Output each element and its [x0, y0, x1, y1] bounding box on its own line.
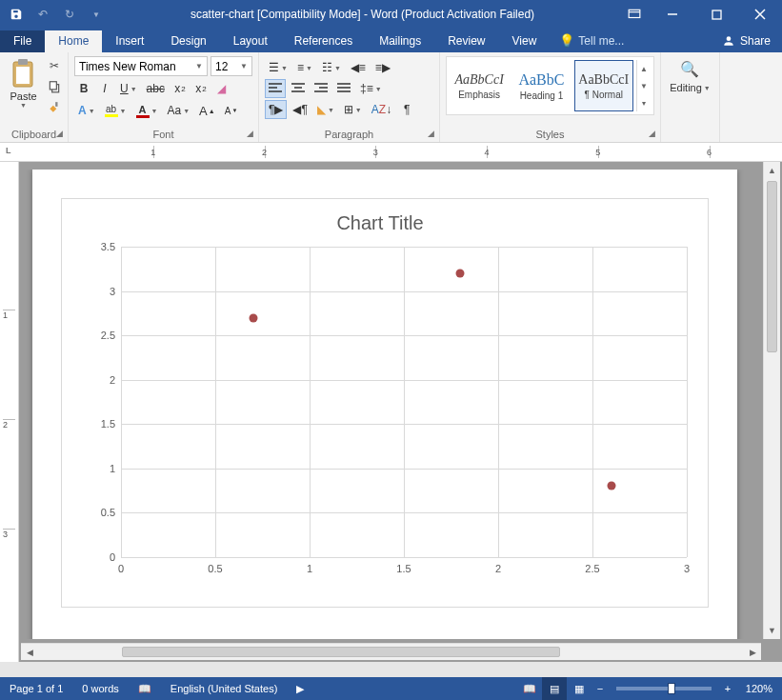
numbering-button[interactable]: ≡▼ — [293, 58, 316, 77]
format-painter-button[interactable] — [45, 98, 64, 117]
scroll-down-button[interactable]: ▼ — [764, 622, 780, 639]
data-point[interactable] — [456, 269, 465, 277]
chart-object[interactable]: Chart Title 00.511.522.533.500.511.522.5… — [61, 198, 709, 608]
font-size-value: 12 — [215, 60, 228, 73]
superscript-button[interactable]: x2 — [191, 79, 211, 98]
share-button[interactable]: Share — [711, 34, 782, 52]
italic-button[interactable]: I — [95, 79, 114, 98]
copy-button[interactable] — [45, 77, 64, 96]
web-layout-icon: ▦ — [574, 683, 584, 695]
horizontal-ruler[interactable]: L 123456 — [0, 143, 782, 162]
tab-mailings[interactable]: Mailings — [366, 30, 434, 52]
shading-button[interactable]: ◣▼ — [313, 100, 338, 119]
scroll-thumb-vertical[interactable] — [767, 181, 777, 352]
font-launcher-icon[interactable]: ◢ — [244, 128, 255, 139]
undo-icon[interactable]: ↶ — [32, 4, 53, 25]
scroll-thumb-horizontal[interactable] — [122, 647, 560, 657]
styles-expand[interactable]: ▾ — [637, 94, 651, 111]
tab-design[interactable]: Design — [157, 30, 219, 52]
ltr-button[interactable]: ¶▶ — [265, 100, 287, 119]
tab-layout[interactable]: Layout — [220, 30, 281, 52]
data-point[interactable] — [607, 482, 615, 490]
maximize-button[interactable] — [694, 0, 738, 29]
styles-scroll-down[interactable]: ▼ — [637, 77, 651, 94]
paste-button[interactable]: Paste ▼ — [5, 56, 43, 117]
increase-indent-button[interactable]: ≡▶ — [371, 58, 394, 77]
line-spacing-button[interactable]: ‡≡▼ — [356, 79, 386, 98]
zoom-slider[interactable] — [616, 687, 712, 690]
align-right-button[interactable] — [311, 79, 331, 98]
shrink-font-button[interactable]: A▼ — [221, 101, 242, 120]
change-case-button[interactable]: Aa▼ — [163, 101, 193, 120]
tab-review[interactable]: Review — [434, 30, 498, 52]
zoom-slider-knob[interactable] — [668, 683, 675, 694]
strikethrough-button[interactable]: abc — [143, 79, 169, 98]
view-read-mode[interactable]: 📖 — [517, 677, 542, 700]
status-page[interactable]: Page 1 of 1 — [0, 677, 72, 700]
vertical-ruler[interactable]: 123 — [0, 162, 19, 662]
rtl-button[interactable]: ◀¶ — [289, 100, 311, 119]
window-controls — [651, 0, 782, 29]
scroll-left-button[interactable]: ◀ — [21, 644, 38, 660]
tab-insert[interactable]: Insert — [102, 30, 157, 52]
document-page[interactable]: Chart Title 00.511.522.533.500.511.522.5… — [32, 170, 737, 639]
data-point[interactable] — [249, 313, 257, 322]
qat-customize-icon[interactable]: ▼ — [86, 4, 107, 25]
font-size-combo[interactable]: 12▼ — [211, 56, 252, 76]
zoom-level[interactable]: 120% — [736, 677, 782, 700]
align-left-button[interactable] — [265, 79, 286, 98]
tell-me-search[interactable]: 💡 Tell me... — [550, 33, 633, 52]
zoom-out-button[interactable]: − — [592, 683, 609, 694]
font-name-combo[interactable]: Times New Roman▼ — [74, 56, 208, 76]
style-name-label: Heading 1 — [520, 90, 564, 101]
tab-references[interactable]: References — [281, 30, 366, 52]
cut-button[interactable]: ✂ — [45, 56, 64, 75]
view-web-layout[interactable]: ▦ — [567, 677, 592, 700]
tab-view[interactable]: View — [499, 30, 551, 52]
horizontal-scrollbar[interactable]: ◀ ▶ — [21, 643, 761, 660]
scroll-up-button[interactable]: ▲ — [764, 162, 780, 179]
save-icon[interactable] — [6, 4, 27, 25]
paste-label: Paste — [10, 90, 36, 102]
zoom-in-button[interactable]: + — [719, 683, 736, 694]
styles-scroll-up[interactable]: ▲ — [637, 60, 651, 77]
decrease-indent-button[interactable]: ◀≡ — [347, 58, 370, 77]
status-spellcheck[interactable]: 📖 — [129, 677, 161, 700]
highlight-button[interactable]: ab▼ — [101, 101, 130, 120]
view-print-layout[interactable]: ▤ — [542, 677, 567, 700]
bold-button[interactable]: B — [74, 79, 93, 98]
underline-button[interactable]: U▼ — [116, 79, 141, 98]
subscript-button[interactable]: x2 — [170, 79, 190, 98]
grow-font-button[interactable]: A▲ — [195, 101, 219, 120]
close-button[interactable] — [738, 0, 782, 29]
font-color-button[interactable]: A▼ — [132, 101, 162, 120]
style-heading-1[interactable]: AaBbC Heading 1 — [511, 60, 571, 111]
bullets-button[interactable]: ☰▼ — [265, 58, 291, 77]
editing-menu-button[interactable]: 🔍 Editing▼ — [670, 56, 711, 93]
status-language[interactable]: English (United States) — [161, 677, 288, 700]
style-preview: AaBbCcI — [454, 72, 503, 88]
tab-file[interactable]: File — [0, 30, 45, 52]
tab-home[interactable]: Home — [45, 30, 102, 52]
style-normal[interactable]: AaBbCcI ¶ Normal — [574, 60, 633, 111]
status-words[interactable]: 0 words — [72, 677, 129, 700]
status-macro[interactable]: ▶ — [287, 677, 313, 700]
borders-button[interactable]: ⊞▼ — [340, 100, 366, 119]
minimize-button[interactable] — [651, 0, 694, 29]
show-marks-button[interactable]: ¶ — [397, 100, 416, 119]
eraser-icon: ◢ — [217, 82, 226, 95]
paragraph-launcher-icon[interactable]: ◢ — [425, 128, 436, 139]
text-effects-button[interactable]: A▼ — [74, 101, 99, 120]
sort-button[interactable]: AZ↓ — [368, 100, 395, 119]
ribbon-display-options-icon[interactable] — [618, 0, 651, 29]
style-emphasis[interactable]: AaBbCcI Emphasis — [450, 60, 509, 111]
vertical-scrollbar[interactable]: ▲ ▼ — [763, 162, 780, 639]
align-center-button[interactable] — [288, 79, 309, 98]
scroll-right-button[interactable]: ▶ — [744, 644, 761, 660]
justify-button[interactable] — [333, 79, 354, 98]
clipboard-launcher-icon[interactable]: ◢ — [53, 128, 65, 139]
multilevel-list-button[interactable]: ☷▼ — [318, 58, 345, 77]
clear-formatting-button[interactable]: ◢ — [212, 79, 231, 98]
redo-icon[interactable]: ↻ — [59, 4, 80, 25]
styles-launcher-icon[interactable]: ◢ — [646, 128, 657, 139]
